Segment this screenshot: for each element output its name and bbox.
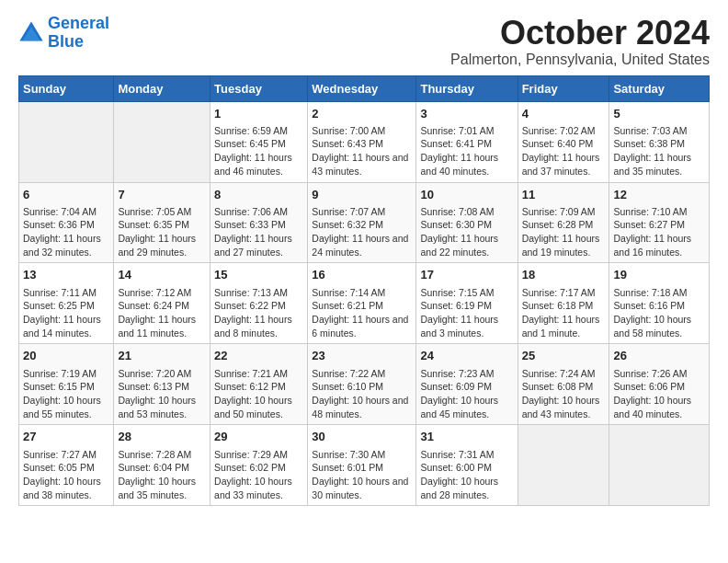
day-info: Sunrise: 7:04 AM Sunset: 6:36 PM Dayligh…: [23, 205, 109, 259]
calendar-day: 18Sunrise: 7:17 AM Sunset: 6:18 PM Dayli…: [518, 263, 609, 344]
calendar-day: 14Sunrise: 7:12 AM Sunset: 6:24 PM Dayli…: [114, 263, 210, 344]
day-number: 17: [420, 267, 513, 283]
calendar-day: 25Sunrise: 7:24 AM Sunset: 6:08 PM Dayli…: [518, 344, 609, 425]
day-info: Sunrise: 7:28 AM Sunset: 6:04 PM Dayligh…: [118, 448, 206, 502]
day-number: 25: [522, 348, 606, 364]
calendar-day: 11Sunrise: 7:09 AM Sunset: 6:28 PM Dayli…: [518, 182, 609, 263]
day-info: Sunrise: 7:20 AM Sunset: 6:13 PM Dayligh…: [118, 367, 206, 421]
day-info: Sunrise: 7:10 AM Sunset: 6:27 PM Dayligh…: [613, 205, 705, 259]
calendar-day: 29Sunrise: 7:29 AM Sunset: 6:02 PM Dayli…: [210, 425, 308, 506]
day-number: 26: [613, 348, 705, 364]
logo: General Blue: [18, 15, 109, 52]
day-number: 4: [522, 106, 606, 122]
day-info: Sunrise: 6:59 AM Sunset: 6:45 PM Dayligh…: [214, 124, 303, 178]
calendar-day: 15Sunrise: 7:13 AM Sunset: 6:22 PM Dayli…: [210, 263, 308, 344]
day-number: 27: [23, 429, 109, 445]
day-info: Sunrise: 7:22 AM Sunset: 6:10 PM Dayligh…: [312, 367, 412, 421]
header-cell-tuesday: Tuesday: [210, 75, 308, 101]
header-row: SundayMondayTuesdayWednesdayThursdayFrid…: [19, 75, 710, 101]
calendar-day: 2Sunrise: 7:00 AM Sunset: 6:43 PM Daylig…: [308, 101, 416, 182]
header-cell-wednesday: Wednesday: [308, 75, 416, 101]
day-number: 13: [23, 267, 109, 283]
day-number: 9: [312, 187, 412, 203]
calendar-header: SundayMondayTuesdayWednesdayThursdayFrid…: [19, 75, 710, 101]
day-info: Sunrise: 7:27 AM Sunset: 6:05 PM Dayligh…: [23, 448, 109, 502]
calendar-day: 23Sunrise: 7:22 AM Sunset: 6:10 PM Dayli…: [308, 344, 416, 425]
calendar-day: 6Sunrise: 7:04 AM Sunset: 6:36 PM Daylig…: [19, 182, 114, 263]
day-info: Sunrise: 7:23 AM Sunset: 6:09 PM Dayligh…: [420, 367, 513, 421]
day-number: 20: [23, 348, 109, 364]
day-number: 19: [613, 267, 705, 283]
calendar-day: 4Sunrise: 7:02 AM Sunset: 6:40 PM Daylig…: [518, 101, 609, 182]
logo-text: General Blue: [48, 15, 109, 52]
day-info: Sunrise: 7:14 AM Sunset: 6:21 PM Dayligh…: [312, 286, 412, 340]
calendar-day: 24Sunrise: 7:23 AM Sunset: 6:09 PM Dayli…: [416, 344, 518, 425]
calendar-body: 1Sunrise: 6:59 AM Sunset: 6:45 PM Daylig…: [19, 101, 710, 506]
day-number: 15: [214, 267, 303, 283]
day-info: Sunrise: 7:30 AM Sunset: 6:01 PM Dayligh…: [312, 448, 412, 502]
day-number: 5: [613, 106, 705, 122]
header-cell-thursday: Thursday: [416, 75, 518, 101]
day-info: Sunrise: 7:17 AM Sunset: 6:18 PM Dayligh…: [522, 286, 606, 340]
calendar-day: [609, 425, 710, 506]
day-info: Sunrise: 7:00 AM Sunset: 6:43 PM Dayligh…: [312, 124, 412, 178]
day-number: 7: [118, 187, 206, 203]
day-info: Sunrise: 7:13 AM Sunset: 6:22 PM Dayligh…: [214, 286, 303, 340]
header-cell-sunday: Sunday: [19, 75, 114, 101]
day-number: 29: [214, 429, 303, 445]
calendar-day: 30Sunrise: 7:30 AM Sunset: 6:01 PM Dayli…: [308, 425, 416, 506]
day-info: Sunrise: 7:06 AM Sunset: 6:33 PM Dayligh…: [214, 205, 303, 259]
calendar-day: 22Sunrise: 7:21 AM Sunset: 6:12 PM Dayli…: [210, 344, 308, 425]
day-number: 30: [312, 429, 412, 445]
day-number: 1: [214, 106, 303, 122]
day-number: 8: [214, 187, 303, 203]
header-cell-friday: Friday: [518, 75, 609, 101]
calendar-day: 9Sunrise: 7:07 AM Sunset: 6:32 PM Daylig…: [308, 182, 416, 263]
day-number: 6: [23, 187, 109, 203]
calendar-week-4: 27Sunrise: 7:27 AM Sunset: 6:05 PM Dayli…: [19, 425, 710, 506]
calendar-day: 17Sunrise: 7:15 AM Sunset: 6:19 PM Dayli…: [416, 263, 518, 344]
day-number: 2: [312, 106, 412, 122]
calendar-day: 28Sunrise: 7:28 AM Sunset: 6:04 PM Dayli…: [114, 425, 210, 506]
calendar-day: 3Sunrise: 7:01 AM Sunset: 6:41 PM Daylig…: [416, 101, 518, 182]
day-number: 16: [312, 267, 412, 283]
day-info: Sunrise: 7:18 AM Sunset: 6:16 PM Dayligh…: [613, 286, 705, 340]
location: Palmerton, Pennsylvania, United States: [450, 52, 710, 68]
calendar-day: [114, 101, 210, 182]
day-info: Sunrise: 7:19 AM Sunset: 6:15 PM Dayligh…: [23, 367, 109, 421]
calendar-day: 13Sunrise: 7:11 AM Sunset: 6:25 PM Dayli…: [19, 263, 114, 344]
calendar-day: 20Sunrise: 7:19 AM Sunset: 6:15 PM Dayli…: [19, 344, 114, 425]
day-number: 12: [613, 187, 705, 203]
header-cell-monday: Monday: [114, 75, 210, 101]
page-header: General Blue October 2024 Palmerton, Pen…: [18, 15, 710, 68]
day-info: Sunrise: 7:01 AM Sunset: 6:41 PM Dayligh…: [420, 124, 513, 178]
day-info: Sunrise: 7:15 AM Sunset: 6:19 PM Dayligh…: [420, 286, 513, 340]
day-number: 23: [312, 348, 412, 364]
day-number: 31: [420, 429, 513, 445]
calendar-day: [19, 101, 114, 182]
day-info: Sunrise: 7:24 AM Sunset: 6:08 PM Dayligh…: [522, 367, 606, 421]
day-info: Sunrise: 7:12 AM Sunset: 6:24 PM Dayligh…: [118, 286, 206, 340]
day-info: Sunrise: 7:31 AM Sunset: 6:00 PM Dayligh…: [420, 448, 513, 502]
calendar-day: [518, 425, 609, 506]
day-number: 11: [522, 187, 606, 203]
logo-icon: [18, 20, 44, 46]
day-info: Sunrise: 7:21 AM Sunset: 6:12 PM Dayligh…: [214, 367, 303, 421]
month-title: October 2024: [450, 15, 710, 52]
day-number: 24: [420, 348, 513, 364]
day-number: 18: [522, 267, 606, 283]
calendar-week-0: 1Sunrise: 6:59 AM Sunset: 6:45 PM Daylig…: [19, 101, 710, 182]
calendar-week-3: 20Sunrise: 7:19 AM Sunset: 6:15 PM Dayli…: [19, 344, 710, 425]
day-number: 14: [118, 267, 206, 283]
title-area: October 2024 Palmerton, Pennsylvania, Un…: [450, 15, 710, 68]
calendar-day: 26Sunrise: 7:26 AM Sunset: 6:06 PM Dayli…: [609, 344, 710, 425]
calendar-week-1: 6Sunrise: 7:04 AM Sunset: 6:36 PM Daylig…: [19, 182, 710, 263]
calendar-day: 5Sunrise: 7:03 AM Sunset: 6:38 PM Daylig…: [609, 101, 710, 182]
day-info: Sunrise: 7:05 AM Sunset: 6:35 PM Dayligh…: [118, 205, 206, 259]
calendar-day: 19Sunrise: 7:18 AM Sunset: 6:16 PM Dayli…: [609, 263, 710, 344]
day-info: Sunrise: 7:08 AM Sunset: 6:30 PM Dayligh…: [420, 205, 513, 259]
calendar-day: 1Sunrise: 6:59 AM Sunset: 6:45 PM Daylig…: [210, 101, 308, 182]
calendar-day: 10Sunrise: 7:08 AM Sunset: 6:30 PM Dayli…: [416, 182, 518, 263]
day-info: Sunrise: 7:29 AM Sunset: 6:02 PM Dayligh…: [214, 448, 303, 502]
calendar-day: 31Sunrise: 7:31 AM Sunset: 6:00 PM Dayli…: [416, 425, 518, 506]
